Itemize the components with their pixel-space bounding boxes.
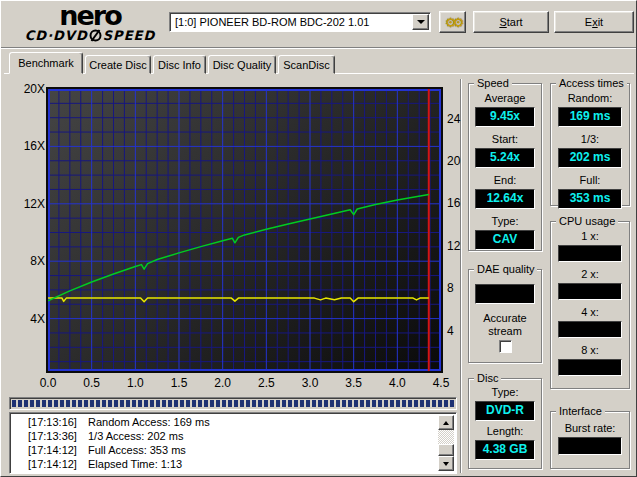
- x-axis-tick: 4.5: [426, 376, 456, 390]
- y-axis-right-tick: 4: [447, 324, 454, 338]
- cpu-usage-panel: CPU usage 1 x: 2 x: 4 x: 8 x:: [550, 221, 630, 389]
- panel-divider: [460, 79, 462, 473]
- cpu-4x-display: [558, 321, 622, 338]
- cdvdspeed-logo-text: CD·DVDSPEED: [15, 28, 165, 43]
- log-list[interactable]: [17:13:16]Random Access: 169 ms [17:13:3…: [9, 412, 457, 474]
- disc-icon: [89, 29, 102, 42]
- y-axis-left-tick: 16X: [7, 139, 45, 153]
- x-axis-tick: 2.0: [208, 376, 238, 390]
- average-speed-display: 9.45x: [475, 107, 535, 127]
- dae-quality-panel: DAE quality Accurate stream: [468, 269, 542, 363]
- y-axis-right-tick: 24: [447, 112, 460, 126]
- tab-scandisc[interactable]: ScanDisc: [278, 55, 335, 74]
- cpu-1x-display: [558, 245, 622, 262]
- y-axis-left-tick: 8X: [7, 254, 45, 268]
- burst-rate-display: [558, 437, 622, 455]
- nero-logo: nero CD·DVDSPEED: [15, 3, 165, 43]
- cpu-2x-display: [558, 283, 622, 300]
- dae-quality-display: [475, 284, 535, 304]
- log-line: [17:14:12]Full Access: 353 ms: [10, 443, 456, 457]
- cpu-usage-panel-title: CPU usage: [556, 215, 618, 227]
- disc-type-display: DVD-R: [475, 401, 535, 421]
- speed-panel: Speed Average9.45x Start:5.24x End:12.64…: [468, 83, 542, 251]
- arrow-up-icon[interactable]: [438, 415, 454, 430]
- y-axis-right-tick: 12: [447, 239, 460, 253]
- gears-icon: ⚙⚙: [445, 15, 460, 30]
- log-scrollbar[interactable]: [438, 415, 454, 471]
- x-axis-tick: 3.5: [339, 376, 369, 390]
- disc-length-display: 4.38 GB: [475, 440, 535, 460]
- y-axis-right-tick: 16: [447, 196, 460, 210]
- y-axis-left-tick: 12X: [7, 197, 45, 211]
- scrollbar-thumb[interactable]: [438, 444, 454, 456]
- disc-panel: Disc Type:DVD-R Length:4.38 GB: [468, 378, 542, 469]
- rotation-speed-curve: [48, 298, 429, 302]
- y-axis-right-tick: 8: [447, 281, 454, 295]
- full-access-display: 353 ms: [558, 189, 622, 209]
- x-axis-tick: 1.0: [120, 376, 150, 390]
- x-axis-tick: 0.5: [77, 376, 107, 390]
- progress-bar: [9, 397, 457, 410]
- benchmark-chart: [46, 87, 443, 373]
- speed-panel-title: Speed: [474, 77, 512, 89]
- drive-selector-value: [1:0] PIONEER BD-ROM BDC-202 1.01: [170, 16, 412, 28]
- access-times-panel: Access times Random:169 ms 1/3:202 ms Fu…: [550, 83, 630, 206]
- interface-panel: Interface Burst rate:: [550, 411, 630, 469]
- third-access-display: 202 ms: [558, 148, 622, 168]
- tab-disc-info[interactable]: Disc Info: [153, 55, 206, 74]
- accurate-stream-checkbox[interactable]: [499, 340, 512, 353]
- chevron-down-icon[interactable]: [412, 14, 429, 30]
- start-speed-display: 5.24x: [475, 148, 535, 168]
- progress-bar-fill: [12, 400, 454, 407]
- start-button[interactable]: Start: [473, 11, 549, 33]
- options-button[interactable]: ⚙⚙: [439, 11, 466, 33]
- disc-panel-title: Disc: [474, 372, 501, 384]
- random-access-display: 169 ms: [558, 107, 622, 127]
- accurate-stream-label: Accurate stream: [477, 312, 533, 338]
- x-axis-tick: 3.0: [295, 376, 325, 390]
- y-axis-left-tick: 20X: [7, 82, 45, 96]
- arrow-down-icon[interactable]: [438, 456, 454, 471]
- access-times-panel-title: Access times: [556, 77, 627, 89]
- dae-quality-panel-title: DAE quality: [474, 263, 537, 275]
- cpu-8x-display: [558, 359, 622, 376]
- read-speed-curve: [48, 195, 429, 301]
- tab-disc-quality[interactable]: Disc Quality: [208, 55, 276, 74]
- header-divider: [1, 47, 637, 49]
- app-window: nero CD·DVDSPEED [1:0] PIONEER BD-ROM BD…: [0, 0, 637, 477]
- end-speed-display: 12.64x: [475, 189, 535, 209]
- y-axis-right-tick: 20: [447, 154, 460, 168]
- x-axis-tick: 0.0: [33, 376, 63, 390]
- log-line: [17:13:36]1/3 Access: 202 ms: [10, 429, 456, 443]
- tab-create-disc[interactable]: Create Disc: [85, 55, 151, 74]
- drive-selector[interactable]: [1:0] PIONEER BD-ROM BDC-202 1.01: [169, 12, 431, 32]
- log-line: [17:13:16]Random Access: 169 ms: [10, 415, 456, 429]
- nero-logo-text: nero: [15, 3, 165, 28]
- y-axis-left-tick: 4X: [7, 312, 45, 326]
- speed-type-display: CAV: [475, 230, 535, 250]
- log-line: [17:14:12]Elapsed Time: 1:13: [10, 457, 456, 471]
- x-axis-tick: 2.5: [251, 376, 281, 390]
- tab-benchmark[interactable]: Benchmark: [9, 52, 83, 74]
- exit-button[interactable]: Exit: [554, 11, 634, 33]
- x-axis-tick: 1.5: [164, 376, 194, 390]
- interface-panel-title: Interface: [556, 405, 605, 417]
- x-axis-tick: 4.0: [382, 376, 412, 390]
